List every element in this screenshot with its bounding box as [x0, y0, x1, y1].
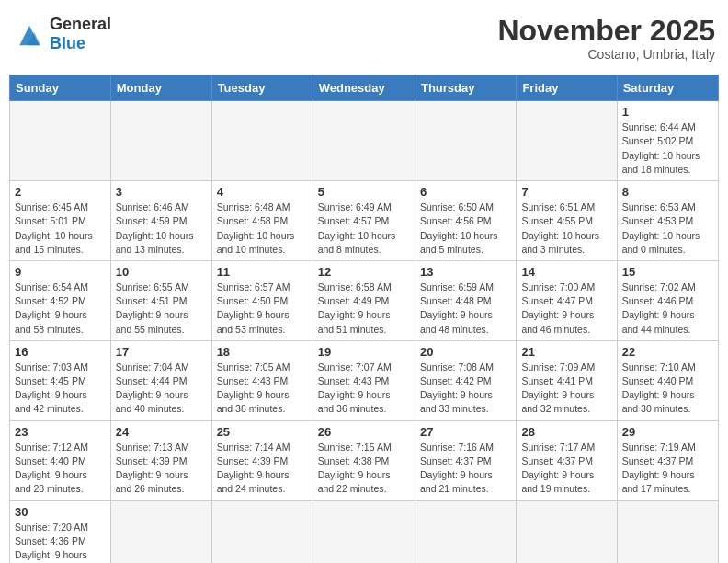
day-number: 1: [622, 105, 713, 119]
day-number: 7: [521, 185, 611, 199]
day-number: 25: [217, 425, 308, 439]
day-number: 29: [622, 425, 713, 439]
calendar-cell: 26Sunrise: 7:15 AM Sunset: 4:38 PM Dayli…: [313, 420, 415, 500]
calendar-cell: 21Sunrise: 7:09 AM Sunset: 4:41 PM Dayli…: [517, 340, 617, 420]
weekday-header-monday: Monday: [110, 75, 211, 101]
day-number: 19: [318, 345, 410, 359]
calendar-cell: [517, 101, 617, 181]
day-info: Sunrise: 6:46 AM Sunset: 4:59 PM Dayligh…: [116, 201, 207, 257]
calendar-cell: [313, 500, 415, 563]
day-info: Sunrise: 7:15 AM Sunset: 4:38 PM Dayligh…: [318, 441, 410, 497]
day-number: 8: [622, 185, 713, 199]
calendar-cell: 12Sunrise: 6:58 AM Sunset: 4:49 PM Dayli…: [313, 260, 415, 340]
calendar-cell: 25Sunrise: 7:14 AM Sunset: 4:39 PM Dayli…: [211, 420, 313, 500]
day-info: Sunrise: 6:48 AM Sunset: 4:58 PM Dayligh…: [217, 201, 308, 257]
day-number: 20: [420, 345, 511, 359]
week-row-2: 2Sunrise: 6:45 AM Sunset: 5:01 PM Daylig…: [10, 181, 719, 261]
logo: GeneralBlue: [13, 15, 111, 53]
calendar-cell: [415, 101, 516, 181]
calendar-cell: 11Sunrise: 6:57 AM Sunset: 4:50 PM Dayli…: [211, 260, 313, 340]
day-info: Sunrise: 7:16 AM Sunset: 4:37 PM Dayligh…: [420, 441, 511, 497]
day-number: 15: [622, 265, 713, 279]
day-info: Sunrise: 6:54 AM Sunset: 4:52 PM Dayligh…: [15, 281, 106, 337]
weekday-header-thursday: Thursday: [415, 75, 516, 101]
page-header: GeneralBlue November 2025 Costano, Umbri…: [9, 9, 719, 67]
calendar-cell: 3Sunrise: 6:46 AM Sunset: 4:59 PM Daylig…: [110, 181, 211, 261]
day-info: Sunrise: 6:55 AM Sunset: 4:51 PM Dayligh…: [116, 281, 207, 337]
location-subtitle: Costano, Umbria, Italy: [497, 47, 715, 62]
calendar-cell: [617, 500, 718, 563]
calendar-cell: 23Sunrise: 7:12 AM Sunset: 4:40 PM Dayli…: [10, 420, 111, 500]
calendar-cell: 30Sunrise: 7:20 AM Sunset: 4:36 PM Dayli…: [10, 500, 111, 563]
day-info: Sunrise: 7:07 AM Sunset: 4:43 PM Dayligh…: [318, 361, 410, 417]
calendar-cell: 9Sunrise: 6:54 AM Sunset: 4:52 PM Daylig…: [10, 260, 111, 340]
day-number: 2: [15, 185, 106, 199]
weekday-header-tuesday: Tuesday: [211, 75, 313, 101]
calendar-cell: 8Sunrise: 6:53 AM Sunset: 4:53 PM Daylig…: [617, 181, 718, 261]
weekday-header-sunday: Sunday: [10, 75, 111, 101]
day-info: Sunrise: 6:57 AM Sunset: 4:50 PM Dayligh…: [217, 281, 308, 337]
day-info: Sunrise: 7:19 AM Sunset: 4:37 PM Dayligh…: [622, 441, 713, 497]
day-number: 16: [15, 345, 106, 359]
day-number: 6: [420, 185, 511, 199]
day-number: 4: [217, 185, 308, 199]
day-number: 9: [15, 265, 106, 279]
day-number: 22: [622, 345, 713, 359]
calendar-cell: [10, 101, 111, 181]
week-row-4: 16Sunrise: 7:03 AM Sunset: 4:45 PM Dayli…: [10, 340, 719, 420]
calendar-cell: 5Sunrise: 6:49 AM Sunset: 4:57 PM Daylig…: [313, 181, 415, 261]
week-row-5: 23Sunrise: 7:12 AM Sunset: 4:40 PM Dayli…: [10, 420, 719, 500]
day-number: 28: [521, 425, 611, 439]
day-info: Sunrise: 6:45 AM Sunset: 5:01 PM Dayligh…: [15, 201, 106, 257]
day-number: 13: [420, 265, 511, 279]
month-title: November 2025: [497, 15, 715, 47]
calendar-cell: 1Sunrise: 6:44 AM Sunset: 5:02 PM Daylig…: [617, 101, 718, 181]
calendar-cell: 6Sunrise: 6:50 AM Sunset: 4:56 PM Daylig…: [415, 181, 516, 261]
calendar-cell: 4Sunrise: 6:48 AM Sunset: 4:58 PM Daylig…: [211, 181, 313, 261]
weekday-header-saturday: Saturday: [617, 75, 718, 101]
calendar-cell: 18Sunrise: 7:05 AM Sunset: 4:43 PM Dayli…: [211, 340, 313, 420]
day-info: Sunrise: 7:10 AM Sunset: 4:40 PM Dayligh…: [622, 361, 713, 417]
calendar-cell: [211, 101, 313, 181]
day-info: Sunrise: 6:58 AM Sunset: 4:49 PM Dayligh…: [318, 281, 410, 337]
day-info: Sunrise: 7:02 AM Sunset: 4:46 PM Dayligh…: [622, 281, 713, 337]
weekday-header-wednesday: Wednesday: [313, 75, 415, 101]
day-info: Sunrise: 7:08 AM Sunset: 4:42 PM Dayligh…: [420, 361, 511, 417]
calendar-cell: 24Sunrise: 7:13 AM Sunset: 4:39 PM Dayli…: [110, 420, 211, 500]
calendar-cell: 7Sunrise: 6:51 AM Sunset: 4:55 PM Daylig…: [517, 181, 617, 261]
day-number: 11: [217, 265, 308, 279]
calendar-cell: [211, 500, 313, 563]
week-row-6: 30Sunrise: 7:20 AM Sunset: 4:36 PM Dayli…: [10, 500, 719, 563]
calendar-cell: 16Sunrise: 7:03 AM Sunset: 4:45 PM Dayli…: [10, 340, 111, 420]
weekday-header-friday: Friday: [517, 75, 617, 101]
day-number: 10: [116, 265, 207, 279]
day-info: Sunrise: 7:12 AM Sunset: 4:40 PM Dayligh…: [15, 441, 106, 497]
calendar-cell: [313, 101, 415, 181]
calendar-cell: 2Sunrise: 6:45 AM Sunset: 5:01 PM Daylig…: [10, 181, 111, 261]
day-info: Sunrise: 7:00 AM Sunset: 4:47 PM Dayligh…: [521, 281, 611, 337]
calendar-cell: 20Sunrise: 7:08 AM Sunset: 4:42 PM Dayli…: [415, 340, 516, 420]
day-info: Sunrise: 7:20 AM Sunset: 4:36 PM Dayligh…: [15, 521, 106, 563]
calendar-cell: 13Sunrise: 6:59 AM Sunset: 4:48 PM Dayli…: [415, 260, 516, 340]
day-number: 27: [420, 425, 511, 439]
week-row-3: 9Sunrise: 6:54 AM Sunset: 4:52 PM Daylig…: [10, 260, 719, 340]
day-info: Sunrise: 6:50 AM Sunset: 4:56 PM Dayligh…: [420, 201, 511, 257]
calendar-cell: [110, 101, 211, 181]
day-number: 23: [15, 425, 106, 439]
calendar-cell: 17Sunrise: 7:04 AM Sunset: 4:44 PM Dayli…: [110, 340, 211, 420]
day-info: Sunrise: 7:14 AM Sunset: 4:39 PM Dayligh…: [217, 441, 308, 497]
calendar-cell: 28Sunrise: 7:17 AM Sunset: 4:37 PM Dayli…: [517, 420, 617, 500]
day-info: Sunrise: 6:51 AM Sunset: 4:55 PM Dayligh…: [521, 201, 611, 257]
calendar-cell: 22Sunrise: 7:10 AM Sunset: 4:40 PM Dayli…: [617, 340, 718, 420]
title-block: November 2025 Costano, Umbria, Italy: [497, 15, 715, 62]
day-info: Sunrise: 6:53 AM Sunset: 4:53 PM Dayligh…: [622, 201, 713, 257]
calendar-cell: [415, 500, 516, 563]
day-info: Sunrise: 6:59 AM Sunset: 4:48 PM Dayligh…: [420, 281, 511, 337]
day-number: 18: [217, 345, 308, 359]
weekday-header-row: SundayMondayTuesdayWednesdayThursdayFrid…: [10, 75, 719, 101]
calendar-cell: 29Sunrise: 7:19 AM Sunset: 4:37 PM Dayli…: [617, 420, 718, 500]
day-info: Sunrise: 7:04 AM Sunset: 4:44 PM Dayligh…: [116, 361, 207, 417]
day-number: 14: [521, 265, 611, 279]
day-info: Sunrise: 7:17 AM Sunset: 4:37 PM Dayligh…: [521, 441, 611, 497]
day-number: 17: [116, 345, 207, 359]
